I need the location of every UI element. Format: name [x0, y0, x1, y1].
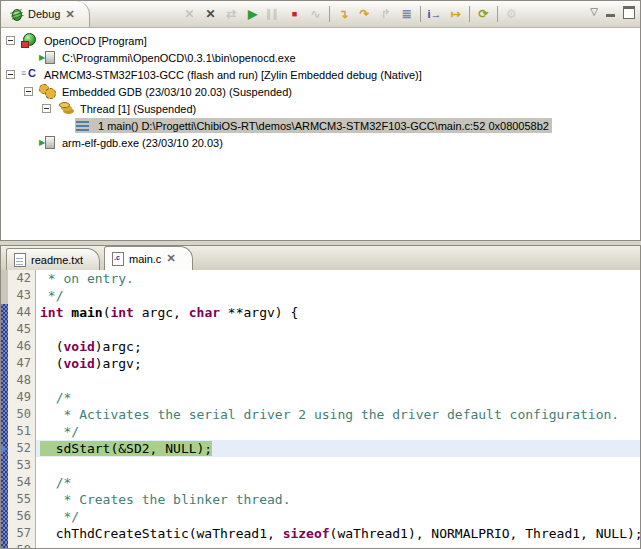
range-indicator[interactable]	[1, 321, 8, 338]
maximize-icon[interactable]	[623, 6, 635, 19]
refresh-icon[interactable]: ⟳	[473, 4, 494, 24]
tree-expander-icon[interactable]	[24, 87, 33, 96]
debug-view-tab[interactable]: Debug ✕	[1, 1, 90, 27]
tree-item[interactable]: arm-elf-gdb.exe (23/03/10 20.03)	[39, 135, 226, 150]
range-indicator[interactable]	[1, 525, 8, 542]
tree-item[interactable]: Thread [1] (Suspended)	[57, 101, 199, 116]
code-editor[interactable]: 42 * on entry.43 */44int main(int argc, …	[1, 270, 640, 548]
code-line-text[interactable]: * Creates the blinker thread.	[36, 491, 640, 508]
code-line-text[interactable]: /*	[36, 474, 640, 491]
tree-expander-icon[interactable]	[6, 70, 15, 79]
range-indicator[interactable]	[1, 457, 8, 474]
debug-tree-row[interactable]: 1 main() D:\Progetti\ChibiOS-RT\demos\AR…	[2, 117, 639, 134]
range-indicator[interactable]	[1, 389, 8, 406]
range-indicator[interactable]	[1, 338, 8, 355]
code-line[interactable]: 56 */	[1, 508, 640, 525]
code-line-text[interactable]: (void)argc;	[36, 338, 640, 355]
debug-tree-row[interactable]: C:\Programmi\OpenOCD\0.3.1\bin\openocd.e…	[2, 49, 639, 66]
process-icon	[39, 135, 56, 150]
instruction-stepping-icon[interactable]: i→	[424, 4, 445, 24]
line-number: 45	[8, 321, 36, 338]
debug-bug-icon	[9, 7, 23, 21]
code-line-text[interactable]: */	[36, 423, 640, 440]
annotation-ruler[interactable]	[1, 270, 8, 287]
debug-tree-row[interactable]: arm-elf-gdb.exe (23/03/10 20.03)	[2, 134, 639, 151]
code-line[interactable]: 54 /*	[1, 474, 640, 491]
thread-icon	[57, 101, 74, 116]
debug-tree-row[interactable]: Thread [1] (Suspended)	[2, 100, 639, 117]
code-line-text[interactable]: */	[36, 508, 640, 525]
drop-to-frame-icon[interactable]: ≣	[396, 4, 417, 24]
use-step-filters-icon[interactable]: ↦	[445, 4, 466, 24]
line-number: 47	[8, 355, 36, 372]
code-line[interactable]: 43 */	[1, 287, 640, 304]
range-indicator[interactable]	[1, 423, 8, 440]
code-line-text[interactable]: sdStart(&SD2, NULL);	[36, 440, 640, 457]
code-line-text[interactable]: chThdCreateStatic(waThread1, sizeof(waTh…	[36, 525, 640, 542]
line-number: 54	[8, 474, 36, 491]
range-indicator[interactable]	[1, 508, 8, 525]
range-indicator[interactable]	[1, 406, 8, 423]
instruction-pointer-icon	[1, 445, 8, 453]
tree-expander-icon[interactable]	[42, 104, 51, 113]
code-line-text[interactable]	[36, 321, 640, 338]
range-indicator[interactable]	[1, 491, 8, 508]
step-into-icon[interactable]: ↴	[333, 4, 354, 24]
tree-item[interactable]: Embedded GDB (23/03/10 20.03) (Suspended…	[39, 84, 295, 99]
editor-tab-close-icon[interactable]: ✕	[166, 252, 175, 265]
code-line[interactable]: 58	[1, 542, 640, 548]
tree-item[interactable]: ARMCM3-STM32F103-GCC (flash and run) [Zy…	[21, 67, 425, 82]
code-line[interactable]: 46 (void)argc;	[1, 338, 640, 355]
code-line-text[interactable]: * on entry.	[36, 270, 640, 287]
terminate-and-relaunch-icon[interactable]: ✕	[200, 4, 221, 24]
code-line-text[interactable]	[36, 542, 640, 548]
range-indicator[interactable]	[1, 372, 8, 389]
editor-tab-main-c[interactable]: main.c✕	[104, 246, 193, 270]
line-number: 55	[8, 491, 36, 508]
code-line-text[interactable]: /*	[36, 389, 640, 406]
minimize-icon[interactable]	[606, 11, 615, 17]
debug-view-close-icon[interactable]: ✕	[65, 8, 74, 21]
step-over-icon[interactable]: ↷	[354, 4, 375, 24]
code-line-text[interactable]: (void)argv;	[36, 355, 640, 372]
tree-item-label: OpenOCD [Program]	[41, 34, 150, 48]
debug-tree-row[interactable]: Embedded GDB (23/03/10 20.03) (Suspended…	[2, 83, 639, 100]
tree-item[interactable]: 1 main() D:\Progetti\ChibiOS-RT\demos\AR…	[75, 118, 552, 133]
debug-tree-row[interactable]: OpenOCD [Program]	[2, 32, 639, 49]
tree-item-label: Thread [1] (Suspended)	[77, 102, 199, 116]
range-indicator[interactable]	[1, 355, 8, 372]
code-line[interactable]: 45	[1, 321, 640, 338]
tree-item[interactable]: OpenOCD [Program]	[21, 33, 150, 48]
debug-toolbar: ✕✕⇄▶▌▌■∿↴↷↱≣i→↦⟳⚙	[179, 4, 522, 24]
range-indicator[interactable]	[1, 474, 8, 491]
code-line[interactable]: 44int main(int argc, char **argv) {	[1, 304, 640, 321]
code-line[interactable]: 48	[1, 372, 640, 389]
tree-item-label: C:\Programmi\OpenOCD\0.3.1\bin\openocd.e…	[59, 51, 299, 65]
range-indicator[interactable]	[1, 304, 8, 321]
code-line[interactable]: 51 */	[1, 423, 640, 440]
tree-item-label: Embedded GDB (23/03/10 20.03) (Suspended…	[59, 85, 295, 99]
code-line-text[interactable]	[36, 372, 640, 389]
annotation-ruler[interactable]	[1, 287, 8, 304]
code-line[interactable]: 52 sdStart(&SD2, NULL);	[1, 440, 640, 457]
resume-icon[interactable]: ▶	[242, 4, 263, 24]
debug-tree-row[interactable]: ARMCM3-STM32F103-GCC (flash and run) [Zy…	[2, 66, 639, 83]
code-line[interactable]: 57 chThdCreateStatic(waThread1, sizeof(w…	[1, 525, 640, 542]
code-line-text[interactable]: */	[36, 287, 640, 304]
code-line-text[interactable]: int main(int argc, char **argv) {	[36, 304, 640, 321]
code-line-text[interactable]: * Activates the serial driver 2 using th…	[36, 406, 640, 423]
code-line[interactable]: 53	[1, 457, 640, 474]
terminate-icon[interactable]: ■	[284, 4, 305, 24]
editor-tab-readme-txt[interactable]: readme.txt	[6, 248, 100, 270]
code-line-text[interactable]	[36, 457, 640, 474]
code-line[interactable]: 42 * on entry.	[1, 270, 640, 287]
code-line[interactable]: 55 * Creates the blinker thread.	[1, 491, 640, 508]
code-line[interactable]: 49 /*	[1, 389, 640, 406]
range-indicator[interactable]	[1, 542, 8, 548]
code-line[interactable]: 50 * Activates the serial driver 2 using…	[1, 406, 640, 423]
tree-item[interactable]: C:\Programmi\OpenOCD\0.3.1\bin\openocd.e…	[39, 50, 299, 65]
tree-expander-icon[interactable]	[6, 36, 15, 45]
debug-view-header: Debug ✕ ✕✕⇄▶▌▌■∿↴↷↱≣i→↦⟳⚙ ▽	[1, 1, 640, 28]
view-menu-icon[interactable]: ▽	[590, 5, 598, 19]
code-line[interactable]: 47 (void)argv;	[1, 355, 640, 372]
